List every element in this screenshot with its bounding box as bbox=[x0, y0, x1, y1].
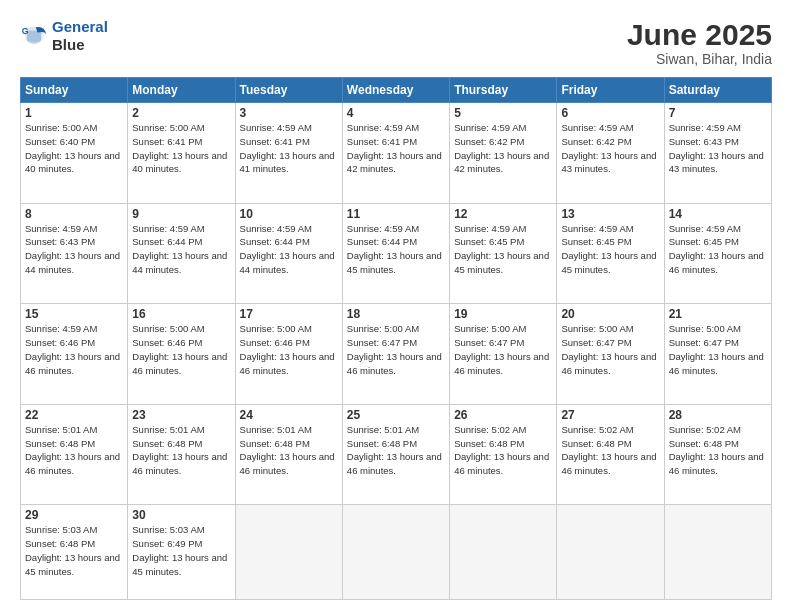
day-info: Sunrise: 4:59 AMSunset: 6:44 PMDaylight:… bbox=[132, 222, 230, 277]
day-number: 7 bbox=[669, 106, 767, 120]
logo-icon: G bbox=[20, 22, 48, 50]
calendar-cell bbox=[664, 505, 771, 600]
logo-line2: Blue bbox=[52, 36, 108, 54]
day-number: 14 bbox=[669, 207, 767, 221]
day-number: 20 bbox=[561, 307, 659, 321]
day-number: 23 bbox=[132, 408, 230, 422]
day-info: Sunrise: 5:00 AMSunset: 6:46 PMDaylight:… bbox=[240, 322, 338, 377]
svg-text:G: G bbox=[22, 26, 29, 36]
day-info: Sunrise: 5:00 AMSunset: 6:47 PMDaylight:… bbox=[669, 322, 767, 377]
day-info: Sunrise: 4:59 AMSunset: 6:41 PMDaylight:… bbox=[240, 121, 338, 176]
day-info: Sunrise: 5:03 AMSunset: 6:48 PMDaylight:… bbox=[25, 523, 123, 578]
calendar-cell: 16Sunrise: 5:00 AMSunset: 6:46 PMDayligh… bbox=[128, 304, 235, 405]
day-number: 1 bbox=[25, 106, 123, 120]
calendar-cell: 25Sunrise: 5:01 AMSunset: 6:48 PMDayligh… bbox=[342, 404, 449, 505]
calendar-cell bbox=[235, 505, 342, 600]
day-number: 15 bbox=[25, 307, 123, 321]
day-info: Sunrise: 4:59 AMSunset: 6:43 PMDaylight:… bbox=[25, 222, 123, 277]
day-number: 30 bbox=[132, 508, 230, 522]
day-header: Friday bbox=[557, 78, 664, 103]
calendar-cell: 15Sunrise: 4:59 AMSunset: 6:46 PMDayligh… bbox=[21, 304, 128, 405]
day-info: Sunrise: 4:59 AMSunset: 6:44 PMDaylight:… bbox=[347, 222, 445, 277]
day-info: Sunrise: 4:59 AMSunset: 6:42 PMDaylight:… bbox=[561, 121, 659, 176]
calendar-cell: 30Sunrise: 5:03 AMSunset: 6:49 PMDayligh… bbox=[128, 505, 235, 600]
calendar-cell: 29Sunrise: 5:03 AMSunset: 6:48 PMDayligh… bbox=[21, 505, 128, 600]
title-block: June 2025 Siwan, Bihar, India bbox=[627, 18, 772, 67]
day-info: Sunrise: 5:02 AMSunset: 6:48 PMDaylight:… bbox=[561, 423, 659, 478]
calendar-cell: 4Sunrise: 4:59 AMSunset: 6:41 PMDaylight… bbox=[342, 103, 449, 204]
day-number: 16 bbox=[132, 307, 230, 321]
day-info: Sunrise: 5:01 AMSunset: 6:48 PMDaylight:… bbox=[240, 423, 338, 478]
calendar-cell: 6Sunrise: 4:59 AMSunset: 6:42 PMDaylight… bbox=[557, 103, 664, 204]
day-number: 24 bbox=[240, 408, 338, 422]
day-number: 10 bbox=[240, 207, 338, 221]
calendar-cell: 24Sunrise: 5:01 AMSunset: 6:48 PMDayligh… bbox=[235, 404, 342, 505]
day-number: 9 bbox=[132, 207, 230, 221]
day-number: 25 bbox=[347, 408, 445, 422]
day-header: Wednesday bbox=[342, 78, 449, 103]
day-number: 27 bbox=[561, 408, 659, 422]
calendar-cell: 28Sunrise: 5:02 AMSunset: 6:48 PMDayligh… bbox=[664, 404, 771, 505]
calendar-cell: 8Sunrise: 4:59 AMSunset: 6:43 PMDaylight… bbox=[21, 203, 128, 304]
day-info: Sunrise: 4:59 AMSunset: 6:41 PMDaylight:… bbox=[347, 121, 445, 176]
day-info: Sunrise: 4:59 AMSunset: 6:46 PMDaylight:… bbox=[25, 322, 123, 377]
day-number: 8 bbox=[25, 207, 123, 221]
main-title: June 2025 bbox=[627, 18, 772, 51]
sub-title: Siwan, Bihar, India bbox=[627, 51, 772, 67]
day-info: Sunrise: 4:59 AMSunset: 6:43 PMDaylight:… bbox=[669, 121, 767, 176]
day-number: 29 bbox=[25, 508, 123, 522]
calendar-cell: 18Sunrise: 5:00 AMSunset: 6:47 PMDayligh… bbox=[342, 304, 449, 405]
calendar-cell: 21Sunrise: 5:00 AMSunset: 6:47 PMDayligh… bbox=[664, 304, 771, 405]
calendar-cell: 17Sunrise: 5:00 AMSunset: 6:46 PMDayligh… bbox=[235, 304, 342, 405]
day-number: 6 bbox=[561, 106, 659, 120]
day-number: 22 bbox=[25, 408, 123, 422]
logo: G General Blue bbox=[20, 18, 108, 54]
day-header: Tuesday bbox=[235, 78, 342, 103]
day-number: 2 bbox=[132, 106, 230, 120]
day-number: 4 bbox=[347, 106, 445, 120]
day-header: Monday bbox=[128, 78, 235, 103]
calendar-cell: 27Sunrise: 5:02 AMSunset: 6:48 PMDayligh… bbox=[557, 404, 664, 505]
day-info: Sunrise: 4:59 AMSunset: 6:45 PMDaylight:… bbox=[669, 222, 767, 277]
calendar-cell: 26Sunrise: 5:02 AMSunset: 6:48 PMDayligh… bbox=[450, 404, 557, 505]
day-info: Sunrise: 4:59 AMSunset: 6:44 PMDaylight:… bbox=[240, 222, 338, 277]
day-info: Sunrise: 5:02 AMSunset: 6:48 PMDaylight:… bbox=[454, 423, 552, 478]
calendar-cell: 20Sunrise: 5:00 AMSunset: 6:47 PMDayligh… bbox=[557, 304, 664, 405]
day-number: 5 bbox=[454, 106, 552, 120]
day-header: Thursday bbox=[450, 78, 557, 103]
calendar-cell: 3Sunrise: 4:59 AMSunset: 6:41 PMDaylight… bbox=[235, 103, 342, 204]
day-info: Sunrise: 4:59 AMSunset: 6:45 PMDaylight:… bbox=[454, 222, 552, 277]
calendar-cell: 22Sunrise: 5:01 AMSunset: 6:48 PMDayligh… bbox=[21, 404, 128, 505]
day-header: Saturday bbox=[664, 78, 771, 103]
day-number: 11 bbox=[347, 207, 445, 221]
calendar-cell bbox=[342, 505, 449, 600]
page: G General Blue June 2025 Siwan, Bihar, I… bbox=[0, 0, 792, 612]
day-info: Sunrise: 5:03 AMSunset: 6:49 PMDaylight:… bbox=[132, 523, 230, 578]
day-number: 13 bbox=[561, 207, 659, 221]
day-header: Sunday bbox=[21, 78, 128, 103]
calendar-cell: 10Sunrise: 4:59 AMSunset: 6:44 PMDayligh… bbox=[235, 203, 342, 304]
calendar-cell: 14Sunrise: 4:59 AMSunset: 6:45 PMDayligh… bbox=[664, 203, 771, 304]
calendar-cell bbox=[557, 505, 664, 600]
day-info: Sunrise: 5:00 AMSunset: 6:47 PMDaylight:… bbox=[454, 322, 552, 377]
calendar-table: SundayMondayTuesdayWednesdayThursdayFrid… bbox=[20, 77, 772, 600]
day-number: 28 bbox=[669, 408, 767, 422]
calendar-cell: 7Sunrise: 4:59 AMSunset: 6:43 PMDaylight… bbox=[664, 103, 771, 204]
day-info: Sunrise: 5:00 AMSunset: 6:47 PMDaylight:… bbox=[347, 322, 445, 377]
calendar-cell bbox=[450, 505, 557, 600]
day-info: Sunrise: 5:00 AMSunset: 6:40 PMDaylight:… bbox=[25, 121, 123, 176]
calendar-cell: 12Sunrise: 4:59 AMSunset: 6:45 PMDayligh… bbox=[450, 203, 557, 304]
day-info: Sunrise: 5:00 AMSunset: 6:47 PMDaylight:… bbox=[561, 322, 659, 377]
day-number: 18 bbox=[347, 307, 445, 321]
day-info: Sunrise: 5:02 AMSunset: 6:48 PMDaylight:… bbox=[669, 423, 767, 478]
day-number: 3 bbox=[240, 106, 338, 120]
day-info: Sunrise: 5:00 AMSunset: 6:46 PMDaylight:… bbox=[132, 322, 230, 377]
calendar-cell: 9Sunrise: 4:59 AMSunset: 6:44 PMDaylight… bbox=[128, 203, 235, 304]
calendar-cell: 19Sunrise: 5:00 AMSunset: 6:47 PMDayligh… bbox=[450, 304, 557, 405]
logo-text: General Blue bbox=[52, 18, 108, 54]
day-number: 12 bbox=[454, 207, 552, 221]
day-number: 21 bbox=[669, 307, 767, 321]
day-info: Sunrise: 5:01 AMSunset: 6:48 PMDaylight:… bbox=[132, 423, 230, 478]
logo-line1: General bbox=[52, 18, 108, 35]
calendar-cell: 23Sunrise: 5:01 AMSunset: 6:48 PMDayligh… bbox=[128, 404, 235, 505]
